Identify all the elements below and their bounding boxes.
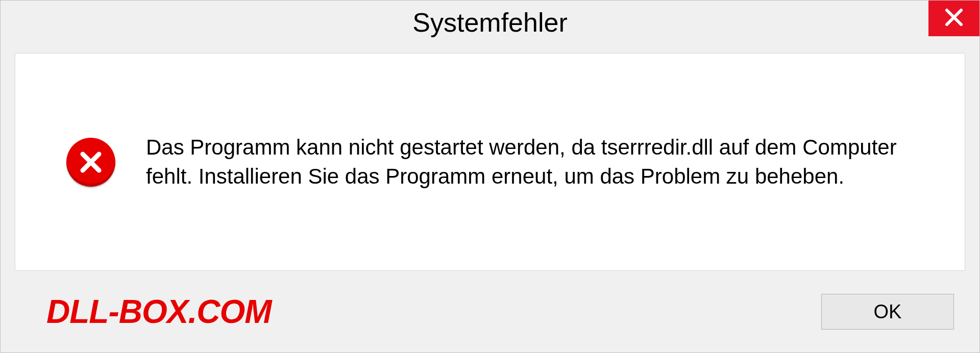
watermark-text: DLL-BOX.COM <box>46 293 272 331</box>
titlebar: Systemfehler <box>1 1 979 44</box>
content-area: Das Programm kann nicht gestartet werden… <box>15 53 965 271</box>
error-message: Das Programm kann nicht gestartet werden… <box>146 133 924 191</box>
error-icon <box>66 138 115 187</box>
dialog-footer: DLL-BOX.COM OK <box>1 271 979 352</box>
error-dialog: Systemfehler Das Programm kann nicht ges… <box>0 0 980 353</box>
close-icon <box>944 7 964 30</box>
close-button[interactable] <box>928 1 979 36</box>
dialog-title: Systemfehler <box>412 7 567 38</box>
ok-button[interactable]: OK <box>821 294 954 330</box>
